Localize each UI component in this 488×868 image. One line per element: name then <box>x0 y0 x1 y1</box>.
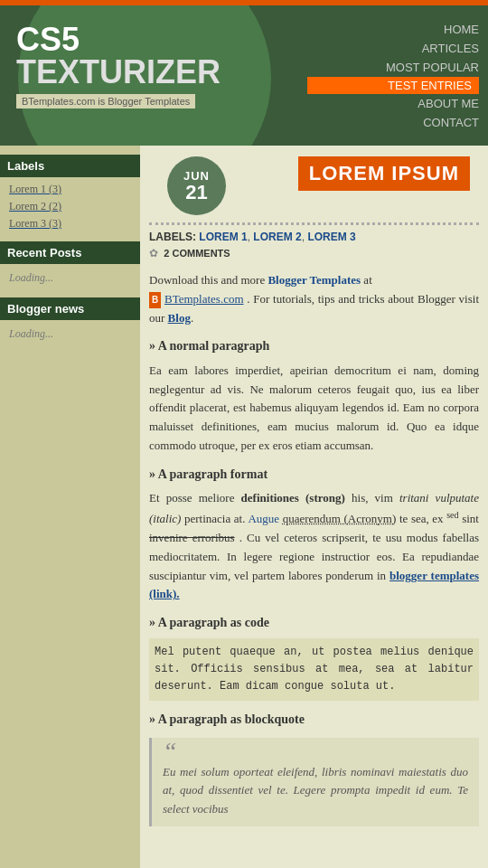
sidebar-label-lorem1[interactable]: Lorem 1 (3) <box>0 181 140 198</box>
section3-text: Mel putent quaeque an, ut postea melius … <box>149 638 479 702</box>
labels-line: LABELS: LOREM 1, LOREM 2, LOREM 3 <box>140 225 488 245</box>
sidebar-label-lorem2[interactable]: Lorem 2 (2) <box>0 198 140 215</box>
sidebar-news-section: Blogger news Loading... <box>0 297 140 344</box>
post-content: Download this and more Blogger Templates… <box>140 267 488 843</box>
header-logo: CS5 TEXTURIZER BTemplates.com is Blogger… <box>16 24 221 108</box>
nav: HOME ARTICLES MOST POPULAR TEST ENTRIES … <box>307 5 488 146</box>
quote-mark: “ <box>163 745 468 758</box>
section2-sub: sed <box>446 510 458 520</box>
logo-cs5: CS5 <box>16 24 221 56</box>
blogger-templates-link[interactable]: Blogger Templates <box>267 273 361 287</box>
section2-acronym: quaerendum (Acronym) <box>283 512 397 525</box>
header: CS5 TEXTURIZER BTemplates.com is Blogger… <box>0 5 488 146</box>
comments-link[interactable]: 2 COMMENTS <box>164 248 230 259</box>
top-content-row: JUN 21 LOREM IPSUM <box>140 146 488 215</box>
logo-texturizer: TEXTURIZER <box>16 56 221 89</box>
sidebar-news-title: Blogger news <box>0 297 140 320</box>
section4-blockquote: “ Eu mei solum oporteat eleifend, libris… <box>149 738 479 826</box>
label-lorem2[interactable]: LOREM 2 <box>253 231 301 243</box>
section4-text: Eu mei solum oporteat eleifend, libris n… <box>163 765 468 816</box>
post-intro-para: Download this and more Blogger Templates… <box>149 271 479 327</box>
section1-text: Ea eam labores imperdiet, apeirian democ… <box>149 362 479 456</box>
section2-strong: definitiones (strong) <box>241 491 345 505</box>
nav-about-me[interactable]: ABOUT ME <box>307 94 479 113</box>
section4-heading: A paragraph as blockquote <box>149 710 479 730</box>
nav-most-popular[interactable]: MOST POPULAR <box>307 58 479 77</box>
sidebar: Labels Lorem 1 (3) Lorem 2 (2) Lorem 3 (… <box>0 146 140 868</box>
section2-heading: A paragraph format <box>149 465 479 485</box>
label-lorem1[interactable]: LOREM 1 <box>199 231 247 243</box>
sidebar-news-loading: Loading... <box>0 324 140 344</box>
sidebar-label-lorem3[interactable]: Lorem 3 (3) <box>0 215 140 232</box>
section2-augue-link[interactable]: Augue <box>248 512 279 525</box>
sidebar-recent-title: Recent Posts <box>0 241 140 264</box>
date-circle: JUN 21 <box>167 156 226 215</box>
date-day: 21 <box>185 183 207 203</box>
post-title-banner: LOREM IPSUM <box>298 156 470 191</box>
sidebar-recent-loading: Loading... <box>0 268 140 288</box>
label-lorem3[interactable]: LOREM 3 <box>307 231 355 243</box>
comment-icon: ✿ <box>149 247 158 259</box>
btemplates-logo-link[interactable]: B BTemplates.com <box>149 292 247 306</box>
labels-prefix: LABELS: <box>149 231 196 243</box>
section2-text: Et posse meliore definitiones (strong) h… <box>149 489 479 604</box>
content-area: JUN 21 LOREM IPSUM LABELS: LOREM 1, LORE… <box>140 146 488 868</box>
blog-link[interactable]: Blog <box>168 311 191 325</box>
section2-strike: invenire erroribus <box>149 531 235 544</box>
sidebar-labels-section: Labels Lorem 1 (3) Lorem 2 (2) Lorem 3 (… <box>0 155 140 232</box>
main-layout: Labels Lorem 1 (3) Lorem 2 (2) Lorem 3 (… <box>0 146 488 868</box>
btemplates-logo: B <box>149 292 161 308</box>
tagline: BTemplates.com is Blogger Templates <box>16 94 195 108</box>
nav-test-entries[interactable]: TEST ENTRIES <box>307 77 479 94</box>
nav-contact[interactable]: CONTACT <box>307 113 479 132</box>
sidebar-labels-title: Labels <box>0 155 140 177</box>
comments-line: ✿ 2 COMMENTS <box>140 245 488 267</box>
section3-heading: A paragraph as code <box>149 613 479 633</box>
btemplates-text: BTemplates.com <box>164 292 244 306</box>
section1-heading: A normal paragraph <box>149 336 479 356</box>
nav-home[interactable]: HOME <box>307 20 479 39</box>
sidebar-recent-section: Recent Posts Loading... <box>0 241 140 288</box>
nav-articles[interactable]: ARTICLES <box>307 39 479 58</box>
